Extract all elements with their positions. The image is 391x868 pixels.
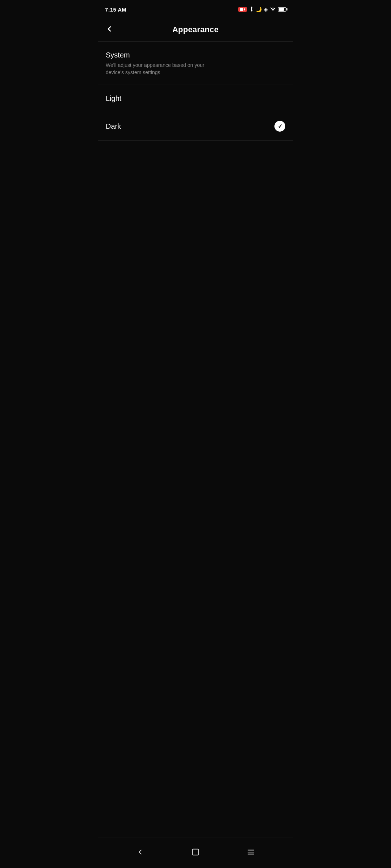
dark-selected-checkmark	[274, 121, 285, 132]
option-light-title: Light	[106, 94, 285, 103]
option-dark[interactable]: Dark	[98, 112, 293, 141]
wifi-icon	[270, 7, 276, 12]
option-dark-text: Dark	[106, 122, 274, 131]
option-light[interactable]: Light	[98, 85, 293, 112]
option-system-text: System We'll adjust your appearance base…	[106, 50, 285, 76]
page-title: Appearance	[172, 25, 219, 34]
location-icon: ◈	[264, 7, 268, 12]
bottom-menu-button[interactable]	[241, 845, 261, 861]
svg-rect-0	[240, 8, 243, 11]
option-system[interactable]: System We'll adjust your appearance base…	[98, 42, 293, 85]
option-system-title: System	[106, 50, 285, 60]
moon-icon: 🌙	[256, 7, 262, 12]
bottom-home-button[interactable]	[186, 845, 205, 861]
content: System We'll adjust your appearance base…	[98, 42, 293, 838]
recording-icon	[238, 7, 247, 12]
option-dark-title: Dark	[106, 122, 274, 131]
option-light-text: Light	[106, 94, 285, 103]
bottom-nav	[98, 838, 293, 868]
nav-bar: Appearance	[98, 18, 293, 42]
bottom-back-button[interactable]	[130, 845, 150, 861]
battery-icon	[278, 7, 286, 12]
option-system-subtitle: We'll adjust your appearance based on yo…	[106, 62, 207, 76]
status-time: 7:15 AM	[105, 7, 126, 13]
bluetooth-icon	[249, 6, 253, 13]
back-button[interactable]	[105, 23, 117, 36]
status-bar: 7:15 AM 🌙 ◈	[98, 0, 293, 18]
status-icons: 🌙 ◈	[238, 6, 286, 13]
svg-rect-1	[193, 849, 199, 855]
